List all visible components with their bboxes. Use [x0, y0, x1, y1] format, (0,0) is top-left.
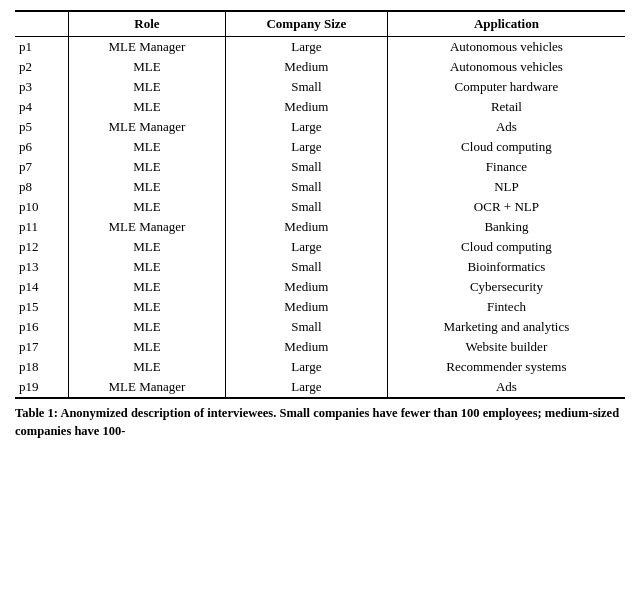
cell-application: Computer hardware [387, 77, 625, 97]
table-container: Role Company Size Application p1MLE Mana… [15, 10, 625, 440]
table-caption: Table 1: Anonymized description of inter… [15, 399, 625, 440]
cell-application: Autonomous vehicles [387, 37, 625, 58]
table-row: p11MLE ManagerMediumBanking [15, 217, 625, 237]
cell-company-size: Small [225, 157, 387, 177]
table-row: p12MLELargeCloud computing [15, 237, 625, 257]
cell-application: Fintech [387, 297, 625, 317]
cell-role: MLE Manager [69, 217, 226, 237]
col-header-company-size: Company Size [225, 11, 387, 37]
cell-role: MLE [69, 257, 226, 277]
cell-role: MLE [69, 277, 226, 297]
cell-id: p19 [15, 377, 69, 398]
cell-company-size: Medium [225, 57, 387, 77]
cell-application: NLP [387, 177, 625, 197]
cell-role: MLE Manager [69, 37, 226, 58]
cell-id: p15 [15, 297, 69, 317]
cell-application: Website builder [387, 337, 625, 357]
cell-role: MLE [69, 157, 226, 177]
cell-application: Bioinformatics [387, 257, 625, 277]
cell-id: p16 [15, 317, 69, 337]
table-row: p13MLESmallBioinformatics [15, 257, 625, 277]
cell-id: p13 [15, 257, 69, 277]
cell-company-size: Small [225, 197, 387, 217]
table-row: p10MLESmallOCR + NLP [15, 197, 625, 217]
cell-company-size: Large [225, 37, 387, 58]
cell-id: p11 [15, 217, 69, 237]
cell-role: MLE [69, 297, 226, 317]
cell-company-size: Small [225, 77, 387, 97]
col-header-application: Application [387, 11, 625, 37]
cell-id: p7 [15, 157, 69, 177]
cell-application: Marketing and analytics [387, 317, 625, 337]
cell-application: Autonomous vehicles [387, 57, 625, 77]
col-header-role: Role [69, 11, 226, 37]
caption-text: Table 1: Anonymized description of inter… [15, 406, 619, 438]
cell-company-size: Small [225, 177, 387, 197]
cell-application: Banking [387, 217, 625, 237]
cell-role: MLE [69, 57, 226, 77]
cell-role: MLE [69, 97, 226, 117]
cell-company-size: Medium [225, 277, 387, 297]
table-row: p16MLESmallMarketing and analytics [15, 317, 625, 337]
cell-role: MLE [69, 337, 226, 357]
cell-role: MLE [69, 177, 226, 197]
cell-company-size: Medium [225, 337, 387, 357]
cell-id: p1 [15, 37, 69, 58]
cell-id: p18 [15, 357, 69, 377]
table-row: p14MLEMediumCybersecurity [15, 277, 625, 297]
cell-company-size: Large [225, 377, 387, 398]
table-row: p6MLELargeCloud computing [15, 137, 625, 157]
table-row: p4MLEMediumRetail [15, 97, 625, 117]
cell-id: p17 [15, 337, 69, 357]
cell-company-size: Small [225, 317, 387, 337]
table-row: p18MLELargeRecommender systems [15, 357, 625, 377]
cell-application: Finance [387, 157, 625, 177]
cell-application: OCR + NLP [387, 197, 625, 217]
cell-application: Ads [387, 377, 625, 398]
cell-role: MLE [69, 197, 226, 217]
cell-role: MLE [69, 237, 226, 257]
cell-application: Recommender systems [387, 357, 625, 377]
cell-role: MLE Manager [69, 377, 226, 398]
cell-company-size: Large [225, 357, 387, 377]
cell-id: p8 [15, 177, 69, 197]
cell-id: p2 [15, 57, 69, 77]
cell-id: p3 [15, 77, 69, 97]
cell-id: p12 [15, 237, 69, 257]
cell-company-size: Medium [225, 217, 387, 237]
data-table: Role Company Size Application p1MLE Mana… [15, 10, 625, 399]
cell-role: MLE [69, 317, 226, 337]
table-row: p19MLE ManagerLargeAds [15, 377, 625, 398]
cell-role: MLE Manager [69, 117, 226, 137]
cell-id: p5 [15, 117, 69, 137]
cell-company-size: Large [225, 117, 387, 137]
cell-id: p10 [15, 197, 69, 217]
cell-id: p14 [15, 277, 69, 297]
table-row: p15MLEMediumFintech [15, 297, 625, 317]
cell-application: Retail [387, 97, 625, 117]
cell-application: Cybersecurity [387, 277, 625, 297]
cell-role: MLE [69, 77, 226, 97]
table-row: p2MLEMediumAutonomous vehicles [15, 57, 625, 77]
col-header-id [15, 11, 69, 37]
header-row: Role Company Size Application [15, 11, 625, 37]
table-row: p7MLESmallFinance [15, 157, 625, 177]
cell-role: MLE [69, 357, 226, 377]
cell-company-size: Small [225, 257, 387, 277]
cell-application: Cloud computing [387, 137, 625, 157]
cell-id: p6 [15, 137, 69, 157]
table-row: p3MLESmallComputer hardware [15, 77, 625, 97]
table-row: p5MLE ManagerLargeAds [15, 117, 625, 137]
table-row: p8MLESmallNLP [15, 177, 625, 197]
cell-application: Cloud computing [387, 237, 625, 257]
cell-id: p4 [15, 97, 69, 117]
cell-role: MLE [69, 137, 226, 157]
cell-company-size: Large [225, 237, 387, 257]
table-row: p17MLEMediumWebsite builder [15, 337, 625, 357]
table-row: p1MLE ManagerLargeAutonomous vehicles [15, 37, 625, 58]
cell-application: Ads [387, 117, 625, 137]
cell-company-size: Medium [225, 297, 387, 317]
cell-company-size: Medium [225, 97, 387, 117]
cell-company-size: Large [225, 137, 387, 157]
